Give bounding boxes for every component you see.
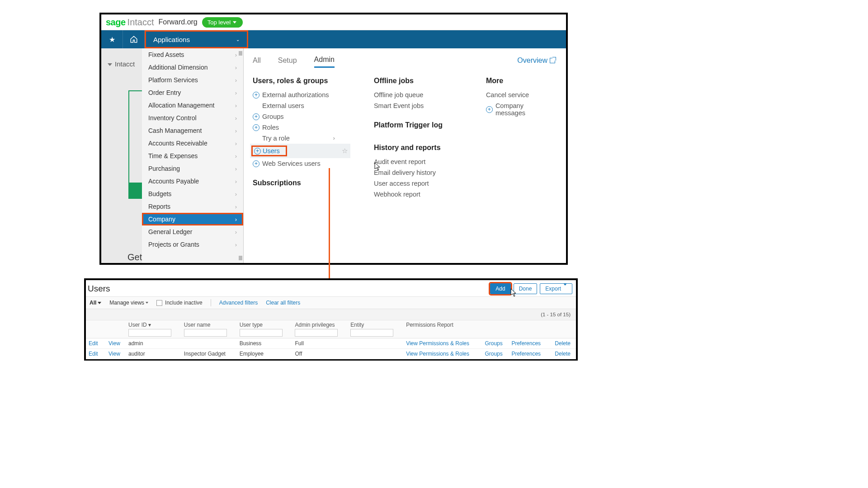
- sidebar-item-fixed-assets[interactable]: Fixed Assets›: [142, 48, 243, 61]
- cell-admin-priv: Off: [292, 349, 348, 359]
- chevron-down-icon: ⌄: [236, 37, 240, 42]
- screenshot-bottom: Users Add Done Export All Manage views I…: [84, 278, 578, 361]
- clear-filters-link[interactable]: Clear all filters: [266, 300, 300, 306]
- col-edit: [86, 320, 106, 338]
- users-table: User ID ▾ User name User type Admin priv…: [86, 320, 576, 359]
- applications-dropdown[interactable]: Applications ⌄: [145, 30, 248, 48]
- sidebar-item-projects-or-grants[interactable]: Projects or Grants›: [142, 238, 243, 251]
- cell-entity: [348, 338, 403, 349]
- edit-link[interactable]: Edit: [86, 349, 106, 359]
- sidebar-item-general-ledger[interactable]: General Ledger›: [142, 225, 243, 238]
- chevron-right-icon: ›: [235, 52, 237, 58]
- col-admin-priv[interactable]: Admin privileges: [292, 320, 348, 338]
- tab-setup[interactable]: Setup: [278, 54, 297, 67]
- chevron-right-icon: ›: [235, 140, 237, 147]
- link-smart-event-jobs[interactable]: Smart Event jobs: [374, 100, 460, 111]
- app-header: sage Intacct Forward.org Top level: [101, 14, 566, 30]
- link-users-row[interactable]: + Users ☆: [250, 144, 350, 158]
- filter-entity[interactable]: [350, 329, 393, 337]
- filter-user-type[interactable]: [240, 329, 283, 337]
- tab-all[interactable]: All: [253, 54, 261, 67]
- heading-platform-trigger-log: Platform Trigger log: [374, 121, 460, 129]
- breadcrumb[interactable]: Intacct: [101, 60, 142, 68]
- link-web-services-users[interactable]: +Web Services users: [253, 158, 348, 169]
- link-cancel-service[interactable]: Cancel service: [486, 89, 555, 100]
- heading-more: More: [486, 77, 555, 85]
- sidebar-item-reports[interactable]: Reports›: [142, 200, 243, 213]
- annotation-arrow-line: [329, 168, 330, 294]
- link-users-label: Users: [263, 147, 280, 155]
- tab-admin[interactable]: Admin: [314, 53, 335, 68]
- top-level-selector[interactable]: Top level: [202, 17, 243, 28]
- filter-admin-priv[interactable]: [295, 329, 338, 337]
- heading-offline-jobs: Offline jobs: [374, 77, 460, 85]
- delete-link[interactable]: Delete: [548, 338, 576, 349]
- perms-link[interactable]: View Permissions & Roles: [403, 349, 482, 359]
- link-webhook-report[interactable]: Webhook report: [374, 189, 460, 200]
- delete-link[interactable]: Delete: [548, 349, 576, 359]
- col-user-type[interactable]: User type: [237, 320, 292, 338]
- background-text: Get: [127, 252, 142, 263]
- col-user-id[interactable]: User ID ▾: [126, 320, 181, 338]
- edit-link[interactable]: Edit: [86, 338, 106, 349]
- favorites-button[interactable]: [101, 30, 123, 48]
- home-button[interactable]: [123, 30, 145, 48]
- advanced-filters-link[interactable]: Advanced filters: [219, 300, 258, 306]
- sidebar-item-purchasing[interactable]: Purchasing›: [142, 162, 243, 175]
- chevron-right-icon: ›: [235, 241, 237, 248]
- sidebar-item-allocation-management[interactable]: Allocation Management›: [142, 99, 243, 112]
- cell-user-name: [181, 338, 237, 349]
- export-button[interactable]: Export: [540, 283, 572, 294]
- link-groups[interactable]: +Groups: [253, 111, 348, 122]
- sidebar-item-accounts-payable[interactable]: Accounts Payable›: [142, 175, 243, 188]
- sidebar-item-additional-dimension[interactable]: Additional Dimension›: [142, 61, 243, 74]
- favorite-star-icon[interactable]: ☆: [342, 147, 348, 155]
- overview-link[interactable]: Overview: [517, 56, 555, 65]
- view-link[interactable]: View: [106, 338, 126, 349]
- sidebar-item-budgets[interactable]: Budgets›: [142, 188, 243, 200]
- background-box-filled: [128, 183, 142, 199]
- filter-user-id[interactable]: [128, 329, 171, 337]
- col-prefs: [509, 320, 548, 338]
- perms-link[interactable]: View Permissions & Roles: [403, 338, 482, 349]
- sidebar-item-order-entry[interactable]: Order Entry›: [142, 86, 243, 99]
- link-company-messages[interactable]: +Company messages: [486, 100, 555, 118]
- groups-link[interactable]: Groups: [482, 338, 509, 349]
- logo-sage: sage: [106, 17, 126, 28]
- filter-user-name[interactable]: [184, 329, 227, 337]
- link-external-users[interactable]: External users: [253, 100, 348, 111]
- link-audit-event-report[interactable]: Audit event report: [374, 156, 460, 167]
- col-user-name[interactable]: User name: [181, 320, 237, 338]
- users-highlight-box: + Users: [251, 145, 287, 156]
- chevron-right-icon: ›: [235, 127, 237, 134]
- link-external-authorizations[interactable]: +External authorizations: [253, 89, 348, 100]
- link-try-a-role[interactable]: Try a role›: [253, 133, 348, 144]
- sidebar-item-platform-services[interactable]: Platform Services›: [142, 74, 243, 86]
- chevron-right-icon: ›: [235, 178, 237, 185]
- link-user-access-report[interactable]: User access report: [374, 178, 460, 189]
- sidebar-item-time-expenses[interactable]: Time & Expenses›: [142, 150, 243, 162]
- cell-entity: [348, 349, 403, 359]
- view-link[interactable]: View: [106, 349, 126, 359]
- prefs-link[interactable]: Preferences: [509, 338, 548, 349]
- col-perm-report: Permissions Report: [403, 320, 482, 338]
- sidebar-item-accounts-receivable[interactable]: Accounts Receivable›: [142, 137, 243, 150]
- mega-columns: Users, roles & groups +External authoriz…: [253, 77, 555, 200]
- plus-icon: +: [486, 106, 493, 113]
- include-inactive-checkbox[interactable]: Include inactive: [156, 300, 203, 306]
- chevron-right-icon: ›: [235, 89, 237, 96]
- sidebar-item-inventory-control[interactable]: Inventory Control›: [142, 112, 243, 124]
- sidebar-item-company[interactable]: Company›: [142, 213, 243, 225]
- prefs-link[interactable]: Preferences: [509, 349, 548, 359]
- done-button[interactable]: Done: [514, 283, 538, 294]
- groups-link[interactable]: Groups: [482, 349, 509, 359]
- link-email-delivery-history[interactable]: Email delivery history: [374, 167, 460, 178]
- sidebar-item-cash-management[interactable]: Cash Management›: [142, 124, 243, 137]
- add-button[interactable]: Add: [490, 283, 510, 294]
- link-roles[interactable]: +Roles: [253, 122, 348, 133]
- col-entity[interactable]: Entity: [348, 320, 403, 338]
- link-offline-job-queue[interactable]: Offline job queue: [374, 89, 460, 100]
- chevron-right-icon: ›: [235, 64, 237, 71]
- view-all-dropdown[interactable]: All: [90, 300, 101, 306]
- manage-views-dropdown[interactable]: Manage views: [109, 300, 148, 306]
